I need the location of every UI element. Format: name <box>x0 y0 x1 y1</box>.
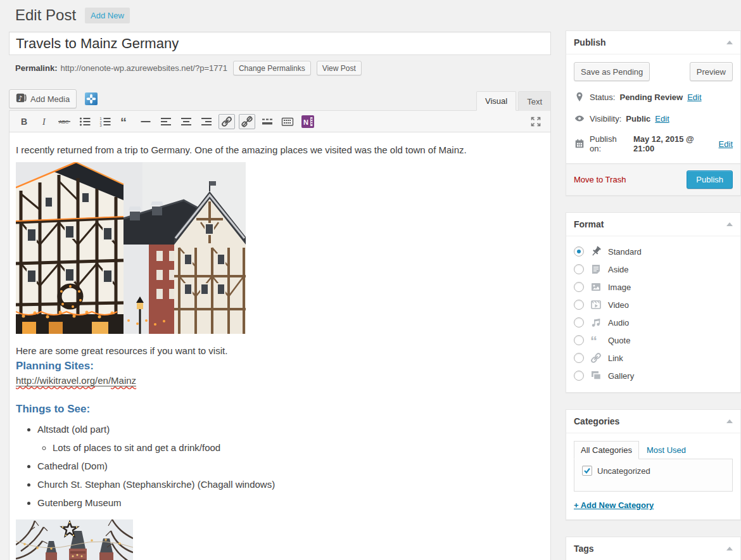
preview-button[interactable]: Preview <box>690 62 733 81</box>
status-pin-icon <box>574 91 585 103</box>
tab-text[interactable]: Text <box>518 91 551 111</box>
link-icon[interactable] <box>218 114 235 129</box>
post-image-cathedral[interactable] <box>16 519 133 560</box>
collapse-icon[interactable] <box>726 419 733 423</box>
things-to-see-list: Altstadt (old part) Lots of places to si… <box>16 422 544 511</box>
page-header: Edit Post Add New <box>15 6 551 24</box>
format-panel: Format Standard Aside Image <box>566 212 741 393</box>
edit-publish-date-link[interactable]: Edit <box>719 139 733 149</box>
more-tag-icon[interactable] <box>259 114 276 129</box>
format-option-quote[interactable]: “ Quote <box>574 331 733 349</box>
numbered-list-icon[interactable]: 123 <box>97 114 113 129</box>
svg-text:B: B <box>21 117 27 127</box>
tab-most-used[interactable]: Most Used <box>639 442 694 459</box>
wikitravel-link[interactable]: http://wikitravel.org/en/Mainz <box>16 375 136 386</box>
format-option-link[interactable]: Link <box>574 349 733 367</box>
post-image-old-town[interactable] <box>16 162 246 334</box>
bullet-list-icon[interactable] <box>77 114 93 129</box>
add-media-label: Add Media <box>30 94 70 104</box>
audio-icon <box>590 316 602 329</box>
radio-aside[interactable] <box>574 264 584 274</box>
quote-icon: “ <box>590 334 602 347</box>
tags-panel: Tags Add <box>566 537 741 560</box>
visibility-value: Public <box>626 114 650 124</box>
list-item: Gutenberg Museum <box>37 495 544 511</box>
format-option-image[interactable]: Image <box>574 278 733 296</box>
publish-button[interactable]: Publish <box>687 170 733 189</box>
editor-toolbar: B I ABC 123 “ N <box>10 111 550 132</box>
permalink-row: Permalink: http://onenote-wp.azurewebsit… <box>15 61 551 75</box>
image-icon <box>590 281 602 293</box>
pushpin-icon <box>590 245 602 258</box>
collapse-icon[interactable] <box>726 547 733 550</box>
toolbar-toggle-icon[interactable] <box>279 114 296 129</box>
format-option-video[interactable]: Video <box>574 296 733 314</box>
format-option-audio[interactable]: Audio <box>574 314 733 331</box>
save-as-pending-button[interactable]: Save as Pending <box>574 62 650 81</box>
format-option-aside[interactable]: Aside <box>574 260 733 278</box>
media-note-icon: ♪ <box>16 92 27 105</box>
radio-link[interactable] <box>574 353 584 363</box>
gallery-icon <box>590 369 602 382</box>
categories-panel-header[interactable]: Categories <box>566 410 740 433</box>
align-right-icon[interactable] <box>198 114 215 129</box>
onenote-clipper-icon[interactable] <box>84 92 98 106</box>
unlink-icon[interactable] <box>239 114 255 129</box>
edit-post-page: Edit Post Add New Permalink: http://onen… <box>0 0 741 560</box>
change-permalinks-button[interactable]: Change Permalinks <box>233 61 311 75</box>
svg-text:“: “ <box>120 115 127 128</box>
tab-visual[interactable]: Visual <box>476 91 516 111</box>
format-option-standard[interactable]: Standard <box>574 243 733 260</box>
post-title-input[interactable] <box>9 32 551 55</box>
onenote-icon[interactable]: N <box>300 114 316 129</box>
status-value: Pending Review <box>619 92 683 102</box>
visibility-row: Visibility: Public Edit <box>566 108 740 129</box>
add-new-category-link[interactable]: + Add New Category <box>574 500 654 510</box>
collapse-icon[interactable] <box>726 222 733 226</box>
collapse-icon[interactable] <box>726 41 733 44</box>
radio-standard[interactable] <box>574 246 584 257</box>
category-item-uncategorized[interactable]: Uncategorized <box>582 466 732 476</box>
post-editor: B I ABC 123 “ N I recently returned from… <box>9 110 551 560</box>
list-item: Cathedral (Dom) <box>37 459 544 474</box>
view-post-button[interactable]: View Post <box>317 61 362 75</box>
aside-icon <box>590 263 602 276</box>
radio-image[interactable] <box>574 282 584 292</box>
things-to-see-heading: Things to See: <box>16 403 544 416</box>
radio-gallery[interactable] <box>574 371 584 381</box>
radio-video[interactable] <box>574 300 584 310</box>
format-option-gallery[interactable]: Gallery <box>574 367 733 385</box>
blockquote-icon[interactable]: “ <box>117 114 134 129</box>
media-row: ♪ Add Media Visual Text <box>9 89 551 110</box>
align-center-icon[interactable] <box>178 114 194 129</box>
format-panel-header[interactable]: Format <box>566 213 740 236</box>
calendar-icon <box>574 138 585 150</box>
radio-quote[interactable] <box>574 335 584 345</box>
add-new-button[interactable]: Add New <box>85 8 130 23</box>
edit-status-link[interactable]: Edit <box>687 92 701 102</box>
fullscreen-expand-icon[interactable] <box>528 114 544 129</box>
tab-all-categories[interactable]: All Categories <box>574 441 639 459</box>
publish-on-value: May 12, 2015 @ 21:00 <box>633 134 714 153</box>
intro-paragraph: I recently returned from a trip to Germa… <box>16 141 472 158</box>
add-media-button[interactable]: ♪ Add Media <box>9 89 77 108</box>
move-to-trash-link[interactable]: Move to Trash <box>574 175 626 184</box>
horizontal-rule-icon[interactable] <box>137 114 154 129</box>
edit-visibility-link[interactable]: Edit <box>655 114 669 124</box>
svg-text:N: N <box>303 118 308 126</box>
list-subitem: Lots of places to sit and get a drink/fo… <box>53 440 544 455</box>
align-left-icon[interactable] <box>158 114 174 129</box>
publish-on-row: Publish on: May 12, 2015 @ 21:00 Edit <box>566 129 740 158</box>
tags-panel-header[interactable]: Tags <box>566 537 740 560</box>
planning-sites-heading: Planning Sites: <box>16 360 544 372</box>
radio-audio[interactable] <box>574 317 584 328</box>
strikethrough-icon[interactable]: ABC <box>56 114 73 129</box>
editor-content[interactable]: I recently returned from a trip to Germa… <box>10 132 550 560</box>
svg-text:I: I <box>42 117 46 127</box>
category-checkbox[interactable] <box>582 466 592 476</box>
italic-icon[interactable]: I <box>36 114 53 129</box>
svg-text:“: “ <box>590 334 597 347</box>
bold-icon[interactable]: B <box>16 114 32 129</box>
publish-panel-header[interactable]: Publish <box>566 31 740 54</box>
resources-paragraph: Here are some great resources if you wan… <box>16 344 544 358</box>
